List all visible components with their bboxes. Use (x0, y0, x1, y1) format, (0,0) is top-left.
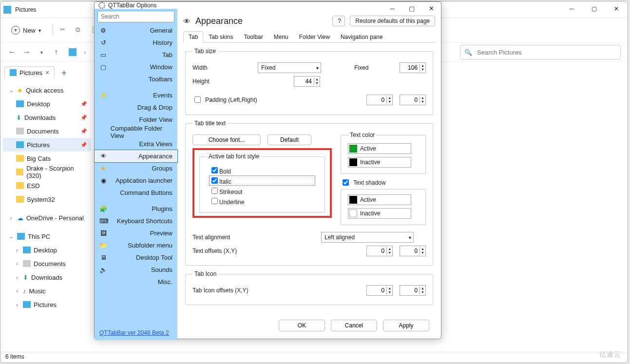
bold-checkbox[interactable]: Bold (210, 166, 315, 175)
icon-offset-y-input[interactable]: ▲▼ (400, 285, 426, 296)
fixed-width-input[interactable]: ▲▼ (400, 62, 426, 73)
tree-pc-desktop[interactable]: ›Desktop (2, 243, 91, 257)
keyboard-icon: ⌨ (99, 217, 107, 225)
padding-checkbox[interactable]: Padding (Left,Right) (192, 95, 257, 104)
search-input[interactable] (476, 48, 616, 57)
cat-toolbars[interactable]: Toolbars (95, 73, 177, 85)
explorer-tab[interactable]: Pictures × (4, 66, 55, 78)
height-input[interactable]: ▲▼ (294, 76, 320, 87)
star-icon: ★ (17, 87, 23, 94)
category-list: ⚙General ↺History ▭Tab ▢Window Toolbars … (95, 9, 177, 340)
subtab-navpane[interactable]: Navigation pane (335, 31, 388, 43)
cat-plugins[interactable]: 🧩Plugins (95, 203, 177, 215)
cat-dragdrop[interactable]: Drag & Drop (95, 101, 177, 114)
tree-drake[interactable]: Drake - Scorpion (320) (2, 165, 91, 179)
add-tab-button[interactable]: + (57, 68, 71, 78)
forward-button[interactable]: → (22, 48, 32, 57)
text-shadow-checkbox[interactable]: Text shadow (341, 178, 426, 187)
up-button[interactable]: ↑ (51, 48, 61, 57)
subtab-toolbar[interactable]: Toolbar (238, 31, 268, 43)
cat-general[interactable]: ⚙General (95, 24, 177, 37)
cat-preview[interactable]: 🖼Preview (95, 227, 177, 239)
shadow-inactive-button[interactable]: Inactive (348, 208, 411, 219)
tree-desktop[interactable]: Desktop📌 (2, 97, 91, 111)
dialog-minimize-button[interactable]: ─ (382, 2, 402, 15)
cat-compat[interactable]: Compatible Folder View (95, 126, 177, 138)
category-search[interactable] (97, 11, 174, 22)
italic-checkbox[interactable]: Italic (210, 176, 315, 185)
width-mode-combo[interactable]: Fixed (258, 62, 321, 73)
info-button[interactable]: ? (332, 16, 345, 26)
subtab-folderview[interactable]: Folder View (294, 31, 335, 43)
inactive-color-button[interactable]: Inactive (348, 157, 411, 168)
text-align-combo[interactable]: Left aligned (321, 232, 414, 243)
tree-esd[interactable]: ESD (2, 179, 91, 192)
tree-quick-access[interactable]: ⌄★Quick access (2, 83, 91, 97)
underline-checkbox[interactable]: Underline (210, 196, 315, 206)
maximize-button[interactable]: ▢ (583, 1, 605, 16)
tree-pc-pictures[interactable]: ›Pictures (2, 298, 91, 311)
offset-x-input[interactable]: ▲▼ (366, 246, 393, 256)
subtab-menu[interactable]: Menu (268, 31, 294, 43)
subtab-strip: Tab Tab skins Toolbar Menu Folder View N… (183, 31, 435, 43)
pad-left-input[interactable]: ▲▼ (366, 95, 393, 105)
tree-documents[interactable]: Documents📌 (2, 124, 91, 138)
cat-extra[interactable]: Extra Views (95, 138, 177, 150)
history-dropdown[interactable]: ▾ (37, 50, 46, 55)
cat-desktop[interactable]: 🖥Desktop Tool (95, 251, 177, 264)
shadow-active-button[interactable]: Active (348, 194, 411, 205)
active-color-button[interactable]: Active (348, 143, 411, 154)
cat-applauncher[interactable]: ◉Application launcher (95, 174, 177, 187)
cat-tab[interactable]: ▭Tab (95, 49, 177, 61)
tree-downloads[interactable]: ⬇Downloads📌 (2, 111, 91, 124)
dialog-maximize-button[interactable]: ▢ (402, 2, 421, 15)
subtab-tab[interactable]: Tab (183, 31, 203, 43)
tree-onedrive[interactable]: ›☁OneDrive - Personal (2, 211, 91, 225)
search-box[interactable]: 🔍 (460, 45, 621, 59)
tree-bigcats[interactable]: Big Cats (2, 152, 91, 165)
version-link[interactable]: QTTabBar ver 2048 Beta 2 (95, 329, 177, 340)
close-tab-icon[interactable]: × (45, 69, 49, 77)
tree-pc-documents[interactable]: ›Documents (2, 257, 91, 270)
cat-window[interactable]: ▢Window (95, 61, 177, 73)
dialog-close-button[interactable]: ✕ (421, 2, 441, 15)
cat-keyboard[interactable]: ⌨Keyboard Shortcuts (95, 215, 177, 227)
cat-history[interactable]: ↺History (95, 37, 177, 49)
tree-pc-downloads[interactable]: ›⬇Downloads (2, 270, 91, 284)
cat-sounds[interactable]: 🔈Sounds (95, 264, 177, 276)
pictures-icon (10, 69, 17, 76)
choose-font-button[interactable]: Choose font... (192, 134, 261, 145)
tree-system32[interactable]: System32 (2, 192, 91, 206)
pad-right-input[interactable]: ▲▼ (400, 95, 426, 105)
offset-y-input[interactable]: ▲▼ (400, 246, 426, 256)
cat-cmdbtn[interactable]: Command Buttons (95, 187, 177, 199)
cat-misc[interactable]: Misc. (95, 276, 177, 288)
color-swatch (349, 210, 357, 217)
restore-defaults-button[interactable]: Restore defaults of this page (350, 16, 435, 26)
cancel-button[interactable]: Cancel (331, 320, 377, 331)
text-shadow-group: Active Inactive (341, 189, 426, 225)
history-icon: ↺ (99, 39, 107, 46)
settings-pane: Tab size Width Fixed Fixed ▲▼ Height ▲▼ (183, 43, 435, 315)
cat-groups[interactable]: ★Groups (95, 162, 177, 174)
lightning-icon: ⚡ (99, 92, 107, 99)
back-button[interactable]: ← (7, 48, 17, 57)
cat-folderview[interactable]: Folder View (95, 114, 177, 126)
tree-pc-music[interactable]: ›♪Music (2, 284, 91, 298)
subtab-tabskins[interactable]: Tab skins (203, 31, 238, 43)
default-font-button[interactable]: Default (267, 134, 311, 145)
tree-thispc[interactable]: ⌄This PC (2, 230, 91, 243)
copy-icon[interactable]: ⧉ (76, 26, 84, 35)
ok-button[interactable]: OK (279, 320, 325, 331)
cut-icon[interactable]: ✂ (60, 26, 69, 35)
close-button[interactable]: ✕ (605, 1, 628, 16)
cat-events[interactable]: ⚡Events (95, 89, 177, 101)
apply-button[interactable]: Apply (383, 320, 429, 331)
minimize-button[interactable]: ─ (560, 1, 583, 16)
new-button[interactable]: + New ▾ (6, 24, 46, 37)
cat-subfolder[interactable]: 📁Subfolder menu (95, 239, 177, 251)
cat-appearance[interactable]: 👁Appearance (95, 150, 177, 162)
strikeout-checkbox[interactable]: Strikeout (210, 186, 315, 195)
icon-offset-x-input[interactable]: ▲▼ (366, 285, 393, 296)
tree-pictures[interactable]: Pictures📌 (2, 138, 91, 152)
